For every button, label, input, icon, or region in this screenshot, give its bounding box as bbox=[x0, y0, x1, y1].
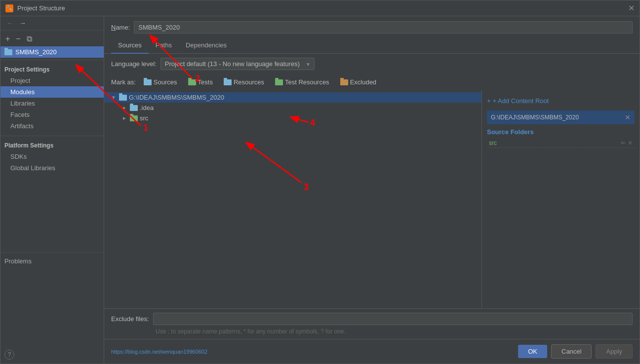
sidebar-item-global-libraries[interactable]: Global Libraries bbox=[0, 162, 104, 174]
project-settings-section: Project Settings Project Modules Librari… bbox=[0, 60, 104, 134]
sidebar-item-libraries[interactable]: Libraries bbox=[0, 98, 104, 109]
sidebar-item-artifacts[interactable]: Artifacts bbox=[0, 120, 104, 132]
remove-source-folder-btn[interactable]: ✕ bbox=[628, 140, 633, 146]
footer-link[interactable]: https://blog.csdn.net/wenquan19960602 bbox=[111, 349, 207, 355]
left-panel: ← → + − ⧉ SMBMS_2020 Project Settings Pr… bbox=[0, 16, 104, 364]
resources-folder-icon bbox=[224, 79, 232, 85]
tree-root-label: G:\IDEAJ\SMBMS\SMBMS_2020 bbox=[129, 94, 224, 101]
name-input[interactable] bbox=[134, 21, 633, 34]
source-folders-section: Source Folders src ✏ ✕ bbox=[487, 128, 635, 148]
name-label: Name: bbox=[111, 24, 130, 31]
tree-idea-arrow: ► bbox=[122, 105, 128, 110]
sidebar-item-facets[interactable]: Facets bbox=[0, 109, 104, 120]
tab-bar: Sources Paths Dependencies bbox=[104, 37, 640, 54]
module-toolbar: + − ⧉ bbox=[0, 33, 104, 45]
app-icon: 🔧 bbox=[5, 4, 13, 12]
right-panel: Name: Sources Paths Dependencies Languag… bbox=[104, 16, 640, 364]
bottom-area: Exclude files: Use ; to separate name pa… bbox=[104, 308, 640, 339]
lang-level-select-wrapper: Project default (13 - No new language fe… bbox=[160, 58, 315, 70]
mark-as-test-resources-btn[interactable]: Test Resources bbox=[272, 77, 332, 87]
main-content: ← → + − ⧉ SMBMS_2020 Project Settings Pr… bbox=[0, 16, 640, 364]
sources-folder-icon bbox=[144, 79, 152, 85]
apply-button[interactable]: Apply bbox=[596, 344, 633, 359]
content-root-close-btn[interactable]: ✕ bbox=[625, 113, 631, 121]
ok-button[interactable]: OK bbox=[518, 345, 547, 358]
add-icon: + bbox=[487, 97, 491, 105]
file-tree: ▼ G:\IDEAJ\SMBMS\SMBMS_2020 ► .idea ► sr… bbox=[104, 90, 481, 308]
mark-as-resources-btn[interactable]: Resources bbox=[221, 77, 267, 87]
left-bottom: ? bbox=[0, 346, 104, 364]
source-folders-title: Source Folders bbox=[487, 128, 635, 136]
exclude-files-row: Exclude files: bbox=[111, 313, 633, 325]
exclude-hint: Use ; to separate name patterns, * for a… bbox=[111, 328, 633, 335]
tree-idea-folder-icon bbox=[130, 105, 138, 111]
info-panel: + + Add Content Root G:\IDEAJ\SMBMS\SMBM… bbox=[481, 90, 640, 308]
module-item-smbms2020[interactable]: SMBMS_2020 bbox=[0, 46, 104, 58]
back-arrow[interactable]: ← bbox=[4, 18, 15, 28]
excluded-folder-icon bbox=[340, 79, 348, 85]
tree-src-arrow: ► bbox=[122, 115, 128, 121]
tree-src-folder-icon bbox=[130, 115, 138, 121]
project-settings-header: Project Settings bbox=[0, 64, 104, 75]
add-content-root-btn[interactable]: + + Add Content Root bbox=[487, 95, 635, 107]
mark-as-row: Mark as: Sources Tests Resources Test Re… bbox=[104, 74, 640, 90]
language-level-row: Language level: Project default (13 - No… bbox=[104, 54, 640, 74]
project-structure-dialog: 🔧 Project Structure ✕ ← → + − ⧉ SMBMS_20… bbox=[0, 0, 640, 364]
content-root-path: G:\IDEAJ\SMBMS\SMBMS_2020 bbox=[491, 114, 579, 121]
copy-module-btn[interactable]: ⧉ bbox=[25, 34, 34, 44]
forward-arrow[interactable]: → bbox=[17, 18, 28, 28]
module-folder-icon bbox=[4, 49, 12, 55]
help-button[interactable]: ? bbox=[4, 350, 14, 360]
mark-sources-label: Sources bbox=[154, 78, 177, 86]
tab-dependencies[interactable]: Dependencies bbox=[179, 37, 234, 54]
edit-source-folder-btn[interactable]: ✏ bbox=[621, 140, 626, 146]
mark-resources-label: Resources bbox=[234, 78, 264, 86]
add-module-btn[interactable]: + bbox=[3, 34, 12, 44]
module-item-label: SMBMS_2020 bbox=[15, 48, 57, 56]
tree-root-arrow: ▼ bbox=[111, 95, 117, 100]
sidebar-item-project[interactable]: Project bbox=[0, 75, 104, 86]
dialog-title: Project Structure bbox=[17, 4, 65, 12]
content-root-item: G:\IDEAJ\SMBMS\SMBMS_2020 ✕ bbox=[487, 110, 635, 124]
sidebar-item-problems[interactable]: Problems bbox=[0, 255, 104, 268]
mark-tests-label: Tests bbox=[198, 78, 213, 86]
nav-arrows: ← → bbox=[0, 16, 104, 31]
close-button[interactable]: ✕ bbox=[628, 3, 635, 13]
test-resources-folder-icon bbox=[275, 79, 283, 85]
tests-folder-icon bbox=[188, 79, 196, 85]
tree-root-folder-icon bbox=[119, 95, 127, 101]
tree-item-idea[interactable]: ► .idea bbox=[104, 103, 481, 113]
tab-sources[interactable]: Sources bbox=[111, 37, 149, 54]
cancel-button[interactable]: Cancel bbox=[551, 344, 592, 359]
sidebar-item-sdks[interactable]: SDKs bbox=[0, 151, 104, 162]
module-list: + − ⧉ SMBMS_2020 bbox=[0, 31, 104, 60]
add-content-root-label: + Add Content Root bbox=[493, 97, 549, 105]
footer: https://blog.csdn.net/wenquan19960602 OK… bbox=[104, 339, 640, 364]
tree-src-label: src bbox=[140, 114, 148, 122]
platform-settings-section: Platform Settings SDKs Global Libraries bbox=[0, 136, 104, 176]
mark-as-sources-btn[interactable]: Sources bbox=[141, 77, 180, 87]
lang-level-label: Language level: bbox=[111, 60, 157, 68]
source-folder-name: src bbox=[489, 140, 497, 146]
titlebar: 🔧 Project Structure ✕ bbox=[0, 0, 640, 16]
exclude-files-label: Exclude files: bbox=[111, 315, 149, 323]
platform-settings-header: Platform Settings bbox=[0, 140, 104, 151]
exclude-files-input[interactable] bbox=[153, 313, 633, 325]
name-row: Name: bbox=[104, 16, 640, 37]
mark-test-resources-label: Test Resources bbox=[285, 78, 329, 86]
mark-as-label: Mark as: bbox=[111, 78, 136, 86]
content-area: ▼ G:\IDEAJ\SMBMS\SMBMS_2020 ► .idea ► sr… bbox=[104, 90, 640, 308]
tree-item-src[interactable]: ► src bbox=[104, 113, 481, 123]
source-folder-item-src: src ✏ ✕ bbox=[487, 139, 635, 148]
source-folder-actions: ✏ ✕ bbox=[621, 140, 633, 146]
mark-excluded-label: Excluded bbox=[350, 78, 376, 86]
mark-as-tests-btn[interactable]: Tests bbox=[185, 77, 216, 87]
tab-paths[interactable]: Paths bbox=[149, 37, 179, 54]
lang-level-select[interactable]: Project default (13 - No new language fe… bbox=[160, 58, 315, 70]
tree-root-item[interactable]: ▼ G:\IDEAJ\SMBMS\SMBMS_2020 bbox=[104, 92, 481, 103]
tree-idea-label: .idea bbox=[140, 104, 154, 111]
mark-as-excluded-btn[interactable]: Excluded bbox=[337, 77, 379, 87]
remove-module-btn[interactable]: − bbox=[14, 34, 22, 44]
sidebar-item-modules[interactable]: Modules bbox=[0, 86, 104, 98]
problems-section: Problems bbox=[0, 252, 104, 270]
